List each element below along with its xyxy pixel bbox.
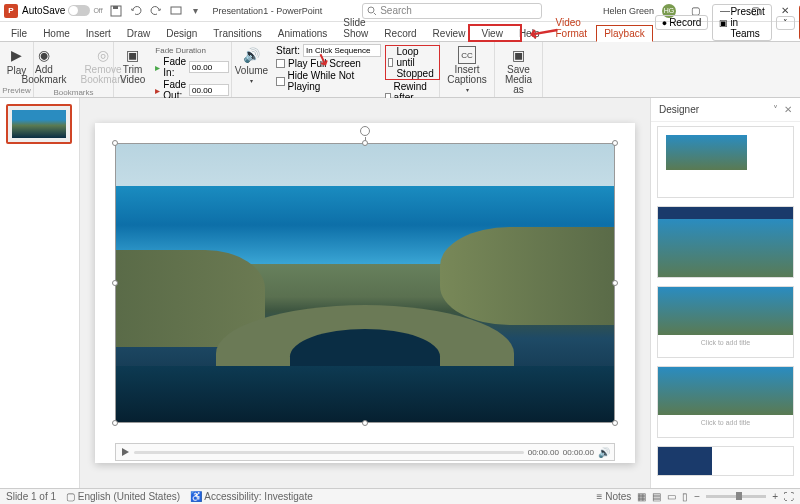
start-from-beginning-icon[interactable] xyxy=(169,4,183,18)
design-option-1[interactable] xyxy=(657,126,794,198)
notes-button[interactable]: ≡ Notes xyxy=(597,491,632,502)
tab-home[interactable]: Home xyxy=(36,26,77,41)
start-label: Start: xyxy=(276,45,300,56)
play-full-screen-checkbox[interactable]: Play Full Screen xyxy=(276,58,381,69)
svg-rect-2 xyxy=(171,7,181,14)
present-teams-button[interactable]: ▣ Present in Teams xyxy=(712,4,771,41)
resize-handle[interactable] xyxy=(112,420,118,426)
rotate-handle[interactable] xyxy=(360,126,370,136)
tab-insert[interactable]: Insert xyxy=(79,26,118,41)
zoom-out-button[interactable]: − xyxy=(694,491,700,502)
video-object[interactable] xyxy=(115,143,615,423)
slide-canvas[interactable]: 00:00.00 00:00.00 🔊 xyxy=(80,98,650,488)
tab-record[interactable]: Record xyxy=(377,26,423,41)
autosave-state: Off xyxy=(93,7,102,14)
designer-close-icon[interactable]: ✕ xyxy=(784,104,792,115)
search-icon xyxy=(367,6,377,16)
zoom-in-button[interactable]: + xyxy=(772,491,778,502)
group-bookmarks: Bookmarks xyxy=(53,87,93,97)
toggle-icon[interactable] xyxy=(68,5,90,16)
zoom-slider[interactable] xyxy=(706,495,766,498)
designer-title: Designer xyxy=(659,104,699,115)
insert-captions-button[interactable]: CCInsert Captions▾ xyxy=(443,44,490,95)
tab-view[interactable]: View xyxy=(474,26,510,41)
document-title: Presentation1 - PowerPoint xyxy=(213,6,323,16)
tab-design[interactable]: Design xyxy=(159,26,204,41)
tab-playback[interactable]: Playback xyxy=(596,25,653,42)
video-progress-track[interactable] xyxy=(134,451,524,454)
designer-expand-icon[interactable]: ˅ xyxy=(773,104,778,115)
resize-handle[interactable] xyxy=(112,140,118,146)
video-play-button[interactable] xyxy=(120,447,130,457)
powerpoint-icon: P xyxy=(4,4,18,18)
ribbon: ▶ Play Preview ◉Add Bookmark ◎Remove Boo… xyxy=(0,42,800,98)
view-normal-icon[interactable]: ▦ xyxy=(637,491,646,502)
qat-dropdown-icon[interactable]: ▾ xyxy=(189,4,203,18)
svg-point-3 xyxy=(368,7,374,13)
design-option-5[interactable] xyxy=(657,446,794,476)
fade-out-icon: ▸ xyxy=(155,85,160,96)
volume-button[interactable]: 🔊Volume▾ xyxy=(231,44,272,86)
resize-handle[interactable] xyxy=(362,140,368,146)
resize-handle[interactable] xyxy=(612,140,618,146)
search-input[interactable]: Search xyxy=(362,3,542,19)
svg-rect-1 xyxy=(113,6,118,9)
tab-slideshow[interactable]: Slide Show xyxy=(336,15,375,41)
video-volume-icon[interactable]: 🔊 xyxy=(598,447,610,458)
slide-thumbnail-1[interactable] xyxy=(6,104,72,144)
design-option-2[interactable] xyxy=(657,206,794,278)
add-bookmark-button[interactable]: ◉Add Bookmark xyxy=(17,44,70,87)
trim-video-button[interactable]: ▣Trim Video xyxy=(116,44,149,87)
workspace: 00:00.00 00:00.00 🔊 Designer ˅✕ Click to… xyxy=(0,98,800,488)
video-time-current: 00:00.00 xyxy=(528,448,559,457)
tab-help[interactable]: Help xyxy=(512,26,547,41)
status-bar: Slide 1 of 1 ▢ English (United States) ♿… xyxy=(0,488,800,504)
language-status[interactable]: ▢ English (United States) xyxy=(66,491,180,502)
record-button[interactable]: ● Record xyxy=(655,15,709,30)
slide: 00:00.00 00:00.00 🔊 xyxy=(95,123,635,463)
view-sorter-icon[interactable]: ▤ xyxy=(652,491,661,502)
resize-handle[interactable] xyxy=(112,280,118,286)
tab-video-format[interactable]: Video Format xyxy=(548,15,594,41)
redo-icon[interactable] xyxy=(149,4,163,18)
tab-draw[interactable]: Draw xyxy=(120,26,157,41)
tab-transitions[interactable]: Transitions xyxy=(206,26,269,41)
fade-in-icon: ▸ xyxy=(155,62,160,73)
fit-to-window-icon[interactable]: ⛶ xyxy=(784,491,794,502)
resize-handle[interactable] xyxy=(612,420,618,426)
resize-handle[interactable] xyxy=(612,280,618,286)
tab-animations[interactable]: Animations xyxy=(271,26,334,41)
slide-thumbnail-panel[interactable] xyxy=(0,98,80,488)
undo-icon[interactable] xyxy=(129,4,143,18)
view-slideshow-icon[interactable]: ▯ xyxy=(682,491,688,502)
fade-out-input[interactable] xyxy=(189,84,229,96)
fade-in-label: Fade In: xyxy=(163,56,186,78)
save-icon[interactable] xyxy=(109,4,123,18)
checkbox-icon xyxy=(276,59,285,68)
video-time-total: 00:00.00 xyxy=(563,448,594,457)
ribbon-tabs: File Home Insert Draw Design Transitions… xyxy=(0,22,800,42)
save-media-icon: ▣ xyxy=(510,46,528,64)
accessibility-status[interactable]: ♿ Accessibility: Investigate xyxy=(190,491,313,502)
checkbox-icon xyxy=(276,77,284,86)
trim-icon: ▣ xyxy=(124,46,142,64)
save-media-button[interactable]: ▣Save Media as xyxy=(499,44,538,97)
search-placeholder: Search xyxy=(380,5,412,16)
autosave-toggle[interactable]: AutoSave Off xyxy=(22,5,103,16)
tab-review[interactable]: Review xyxy=(426,26,473,41)
resize-handle[interactable] xyxy=(362,420,368,426)
start-select[interactable] xyxy=(303,44,381,57)
design-option-3[interactable]: Click to add title xyxy=(657,286,794,358)
video-controls: 00:00.00 00:00.00 🔊 xyxy=(115,443,615,461)
autosave-label: AutoSave xyxy=(22,5,65,16)
quick-access-toolbar: ▾ xyxy=(109,4,203,18)
user-name[interactable]: Helen Green xyxy=(603,6,654,16)
slide-counter[interactable]: Slide 1 of 1 xyxy=(6,491,56,502)
design-option-4[interactable]: Click to add title xyxy=(657,366,794,438)
hide-not-playing-checkbox[interactable]: Hide While Not Playing xyxy=(276,70,381,92)
tab-file[interactable]: File xyxy=(4,26,34,41)
loop-until-stopped-checkbox[interactable]: Loop until Stopped xyxy=(385,45,440,80)
view-reading-icon[interactable]: ▭ xyxy=(667,491,676,502)
ribbon-collapse-icon[interactable]: ˅ xyxy=(776,16,795,30)
fade-in-input[interactable] xyxy=(189,61,229,73)
